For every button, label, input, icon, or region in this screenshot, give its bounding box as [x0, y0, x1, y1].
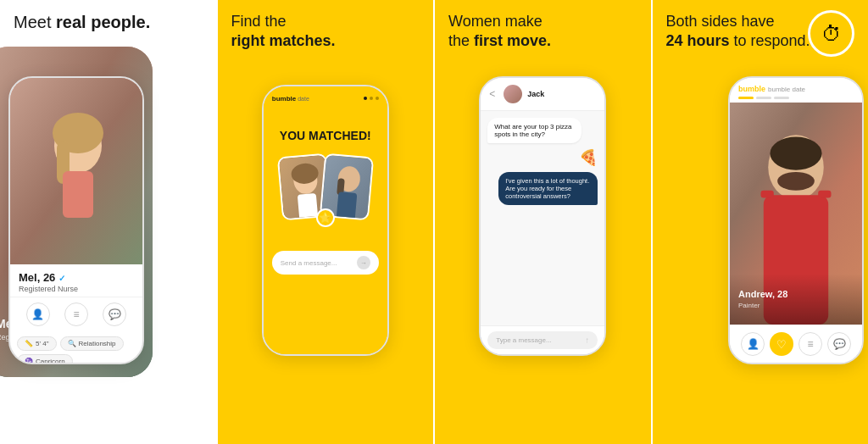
chat-header: < Jack — [481, 78, 604, 111]
bumble-logo-text: bumble — [738, 85, 765, 93]
andrew-name: Andrew, 28 — [738, 289, 787, 299]
panel-2-header: Find the right matches. — [218, 0, 434, 58]
match-photos: ⭐ — [280, 155, 371, 219]
message-icon[interactable]: ≡ — [798, 332, 822, 356]
send-icon[interactable]: ↑ — [585, 336, 589, 345]
profile-photo-area: Andrew, 28 Painter — [730, 103, 862, 325]
message-received-1: What are your top 3 pizza spots in the c… — [487, 118, 581, 143]
sign-icon: ♑ — [25, 358, 33, 364]
sign-tag: ♑ Capricorn — [17, 354, 73, 364]
panel-1-header: Meet real people. — [0, 0, 216, 39]
back-arrow[interactable]: < — [489, 88, 495, 100]
profile-info: Mel, 26 ✓ Registered Nurse — [10, 264, 142, 297]
panel-4-header: Both sides have 24 hours to respond. — [653, 0, 869, 58]
chat-messages: What are your top 3 pizza spots in the c… — [481, 111, 604, 325]
dot-2 — [370, 97, 373, 100]
emoji-message: 🍕 — [579, 148, 598, 167]
match-title: YOU MATCHED! — [280, 129, 371, 142]
search-icon: 🔍 — [68, 340, 76, 347]
svg-rect-15 — [298, 193, 319, 221]
message-input-area[interactable]: Send a message... → — [272, 251, 379, 275]
relationship-tag: 🔍 Relationship — [60, 336, 124, 351]
logo-text: bumble — [272, 95, 296, 103]
profile-actions: 👤 ♡ ≡ 💬 — [730, 325, 862, 363]
message-placeholder: Send a message... — [281, 259, 337, 267]
logo-mode: date — [298, 96, 309, 102]
dislike-icon[interactable]: 👤 — [741, 332, 765, 356]
like-button[interactable]: ♡ — [770, 332, 793, 356]
chat-placeholder: Type a message... — [496, 336, 551, 344]
dot-active — [738, 97, 754, 99]
send-button[interactable]: → — [357, 256, 370, 269]
match-screen: bumble date YOU MATCHED! — [264, 86, 387, 354]
verified-badge: ✓ — [58, 274, 65, 283]
phone-photo-area — [10, 78, 142, 264]
app-logo-area: bumble date — [272, 95, 309, 103]
ruler-icon: 📏 — [25, 340, 33, 347]
action-bar: 👤 ≡ 💬 — [10, 297, 142, 331]
foreground-phone: Mel, 26 ✓ Registered Nurse 👤 ≡ 💬 📏 5' 4"… — [8, 76, 144, 364]
chat-input[interactable]: Type a message... ↑ — [487, 331, 598, 349]
app-header: bumble bumble date — [730, 78, 862, 97]
mode-indicators — [364, 97, 379, 100]
profile-icon[interactable]: 👤 — [26, 302, 50, 326]
svg-rect-25 — [761, 191, 774, 198]
menu-icon[interactable]: ≡ — [64, 302, 88, 326]
profile-tags: 📏 5' 4" 🔍 Relationship ♑ Capricorn — [10, 331, 142, 364]
phone-4-screen: bumble bumble date — [730, 78, 862, 363]
dot-inactive-1 — [756, 97, 771, 99]
message-sent-1: I've given this a lot of thought. Are yo… — [498, 172, 598, 205]
panel-3-title: Women make the first move. — [448, 12, 637, 52]
dot-3 — [376, 97, 379, 100]
profile-job: Registered Nurse — [19, 285, 134, 293]
panel-first-move: Women make the first move. < Jack What a… — [433, 0, 651, 444]
svg-rect-11 — [63, 171, 93, 218]
panel-4-title: Both sides have 24 hours to respond. — [666, 12, 855, 52]
svg-rect-19 — [336, 191, 357, 220]
panel-24hours: Both sides have 24 hours to respond. ⏱ b… — [651, 0, 869, 444]
chat-input-area[interactable]: Type a message... ↑ — [481, 325, 604, 354]
svg-point-23 — [777, 172, 815, 191]
chat-user-name: Jack — [527, 90, 544, 98]
boost-icon[interactable]: 💬 — [827, 332, 851, 356]
panel-matches: Find the right matches. bumble date YOU … — [216, 0, 434, 444]
panel-2-title: Find the right matches. — [231, 12, 420, 52]
dot-1 — [364, 97, 367, 100]
andrew-job: Painter — [738, 302, 760, 309]
bumble-mode-text: bumble date — [768, 86, 805, 93]
panel-meet: Meet real people. — [0, 0, 216, 444]
svg-point-22 — [770, 136, 821, 169]
panel-1-title: Meet real people. — [14, 12, 203, 32]
star-badge: ⭐ — [316, 208, 335, 227]
dot-inactive-2 — [774, 97, 789, 99]
svg-rect-26 — [818, 191, 831, 198]
height-tag: 📏 5' 4" — [17, 336, 57, 351]
chat-icon[interactable]: 💬 — [103, 302, 126, 326]
chat-screen: < Jack What are your top 3 pizza spots i… — [481, 78, 604, 354]
profile-name: Mel, 26 ✓ — [19, 271, 134, 284]
panel-3-header: Women make the first move. — [435, 0, 651, 58]
mode-dots — [730, 97, 862, 103]
match-phone: bumble date YOU MATCHED! — [262, 85, 389, 356]
photo-gradient — [730, 274, 862, 325]
profile-phone: bumble bumble date — [728, 76, 864, 364]
chat-avatar — [504, 85, 522, 103]
chat-phone: < Jack What are your top 3 pizza spots i… — [479, 76, 606, 356]
profile-photo-svg — [10, 78, 142, 264]
